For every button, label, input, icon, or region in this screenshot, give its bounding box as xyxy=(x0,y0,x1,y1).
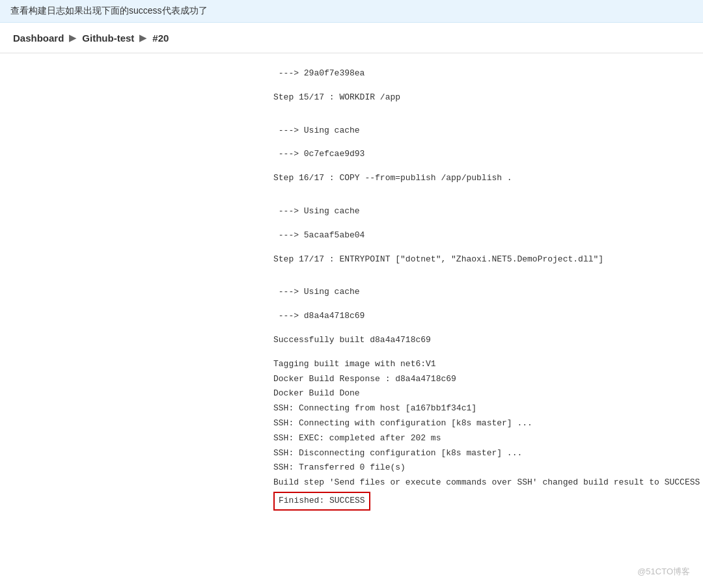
breadcrumb-sep-1: ▶ xyxy=(69,32,77,44)
log-line: ---> Using cache xyxy=(273,124,683,139)
log-line: SSH: Connecting from host [a167bb1f34c1] xyxy=(273,401,683,416)
breadcrumb-dashboard[interactable]: Dashboard xyxy=(13,33,64,44)
log-line-empty xyxy=(273,138,683,147)
log-line-empty xyxy=(273,267,683,276)
breadcrumb-sep-2: ▶ xyxy=(139,32,147,44)
log-line-empty xyxy=(273,105,683,114)
log-line: SSH: Transferred 0 file(s) xyxy=(273,461,683,475)
log-line: Docker Build Done xyxy=(273,386,683,401)
breadcrumb-github-test[interactable]: Github-test xyxy=(82,33,134,44)
log-line-empty xyxy=(273,81,683,90)
log-line: Build step 'Send files or execute comman… xyxy=(273,475,683,490)
log-line: Tagging built image with net6:V1 xyxy=(273,357,683,372)
log-line-finished: Finished: SUCCESS xyxy=(273,492,683,511)
log-line: Docker Build Response : d8a4a4718c69 xyxy=(273,372,683,387)
breadcrumb: Dashboard ▶ Github-test ▶ #20 xyxy=(0,23,703,53)
log-container: ---> 29a0f7e398eaStep 15/17 : WORKDIR /a… xyxy=(0,60,703,530)
log-line: SSH: Disconnecting configuration [k8s ma… xyxy=(273,446,683,461)
log-line-empty xyxy=(273,324,683,333)
log-line: ---> 0c7efcae9d93 xyxy=(273,147,683,162)
log-line: Step 16/17 : COPY --from=publish /app/pu… xyxy=(273,171,683,186)
log-line: Successfully built d8a4a4718c69 xyxy=(273,333,683,348)
breadcrumb-build-number: #20 xyxy=(152,33,169,44)
main-content: ---> 29a0f7e398eaStep 15/17 : WORKDIR /a… xyxy=(0,53,703,537)
log-line: SSH: Connecting with configuration [k8s … xyxy=(273,416,683,431)
log-line: ---> d8a4a4718c69 xyxy=(273,309,683,324)
log-line: Step 15/17 : WORKDIR /app xyxy=(273,90,683,105)
log-line: ---> 5acaaf5abe04 xyxy=(273,228,683,243)
log-line-empty xyxy=(273,300,683,309)
log-line: Step 17/17 : ENTRYPOINT ["dotnet", "Zhao… xyxy=(273,252,683,267)
log-line-empty xyxy=(273,195,683,204)
log-line-empty xyxy=(273,276,683,285)
banner-text: 查看构建日志如果出现下面的success代表成功了 xyxy=(10,5,208,16)
log-line-empty xyxy=(273,186,683,195)
log-line-empty xyxy=(273,114,683,124)
top-banner: 查看构建日志如果出现下面的success代表成功了 xyxy=(0,0,703,23)
finished-success-box: Finished: SUCCESS xyxy=(273,492,370,511)
log-line: ---> Using cache xyxy=(273,204,683,219)
log-line: ---> 29a0f7e398ea xyxy=(273,66,683,81)
log-line-empty xyxy=(273,162,683,171)
log-line: ---> Using cache xyxy=(273,285,683,300)
log-line: SSH: EXEC: completed after 202 ms xyxy=(273,431,683,446)
log-line-empty xyxy=(273,243,683,252)
watermark: @51CTO博客 xyxy=(637,566,690,578)
log-line-empty xyxy=(273,348,683,357)
log-line-empty xyxy=(273,219,683,228)
